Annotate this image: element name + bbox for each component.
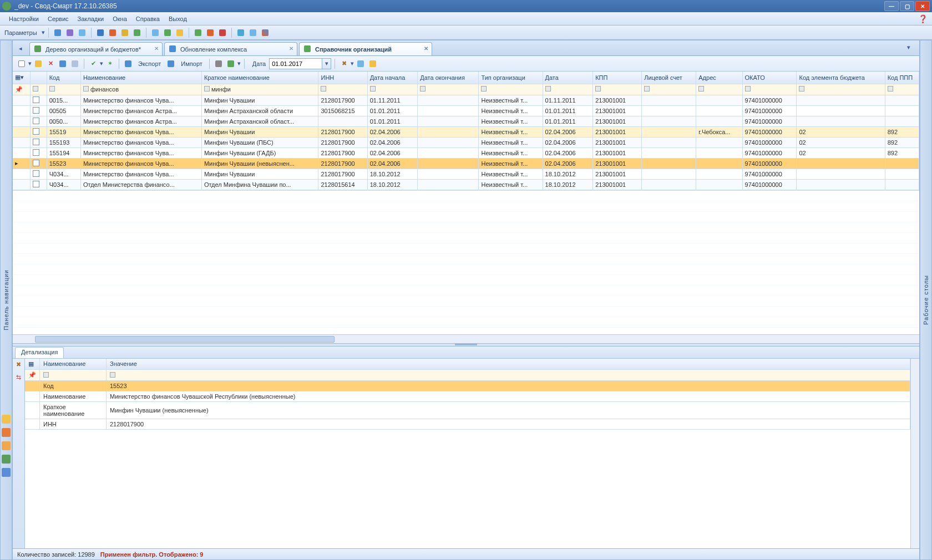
maximize-button[interactable]: ▢ — [900, 1, 914, 11]
detail-row[interactable]: НаименованиеМинистерство финансов Чувашс… — [25, 391, 910, 402]
menu-service[interactable]: Сервис — [43, 14, 73, 24]
date-input[interactable] — [269, 58, 322, 69]
tabs-scroll-left-icon[interactable]: ◂ — [16, 44, 25, 53]
detail-tool-1[interactable]: ✖ — [16, 361, 21, 368]
tb-icon-8[interactable] — [150, 27, 161, 38]
row-checkbox[interactable] — [33, 170, 39, 177]
detail-row[interactable]: Код15523 — [25, 381, 910, 391]
row-checkbox[interactable] — [33, 128, 39, 135]
col-kpp[interactable]: КПП — [593, 72, 642, 84]
info-button[interactable] — [367, 58, 378, 69]
menu-bookmarks[interactable]: Закладки — [73, 14, 109, 24]
close-tab-icon[interactable]: ✕ — [289, 45, 293, 52]
table-row[interactable]: Ч034...Министерство финансов Чува...Минф… — [13, 169, 919, 179]
doc-button[interactable] — [225, 58, 236, 69]
table-row[interactable]: 155194Министерство финансов Чува...Минфи… — [13, 147, 919, 158]
doc-dropdown-icon[interactable]: ▾ — [237, 60, 241, 67]
check-button[interactable]: ✔ — [88, 58, 99, 69]
pin-icon[interactable]: 📌 — [25, 370, 40, 381]
strip-icon-2[interactable] — [2, 428, 11, 437]
filter-icon[interactable] — [33, 86, 38, 91]
save-button[interactable] — [57, 58, 68, 69]
import-icon[interactable] — [165, 58, 176, 69]
table-row[interactable]: Ч034...Отдел Министерства финансо...Отде… — [13, 179, 919, 190]
dcol-value[interactable]: Значение — [107, 359, 910, 370]
col-short[interactable]: Краткое наименование — [201, 72, 318, 84]
detail-tool-2[interactable]: ⇆ — [16, 374, 21, 381]
detail-row[interactable]: ИНН2128017900 — [25, 419, 910, 430]
date-dropdown-icon[interactable]: ▾ — [322, 58, 331, 69]
col-address[interactable]: Адрес — [696, 72, 742, 84]
tb-icon-5[interactable] — [107, 27, 118, 38]
params-label[interactable]: Параметры — [3, 29, 40, 36]
tb-icon-13[interactable] — [217, 27, 228, 38]
tabs-dropdown-icon[interactable]: ▾ — [907, 44, 916, 53]
uncheck-button[interactable]: ✶ — [104, 58, 115, 69]
row-checkbox[interactable] — [33, 118, 39, 124]
close-button[interactable]: ✕ — [915, 1, 930, 11]
check-dropdown-icon[interactable]: ▾ — [100, 60, 103, 67]
filter-row[interactable]: 📌 финансов минфи — [13, 84, 919, 95]
strip-icon-4[interactable] — [2, 455, 11, 464]
tb-icon-4[interactable] — [95, 27, 106, 38]
row-checkbox[interactable] — [33, 107, 39, 114]
export-button[interactable]: Экспорт — [135, 60, 164, 67]
new-dropdown-icon[interactable]: ▾ — [28, 60, 32, 67]
tb-icon-1[interactable] — [52, 27, 63, 38]
chevron-down-icon[interactable]: ▾ — [42, 29, 45, 36]
copy-button[interactable] — [69, 58, 80, 69]
tb-icon-9[interactable] — [162, 27, 173, 38]
table-row[interactable]: 00505Министерство финансов Астра...Минфи… — [13, 105, 919, 116]
table-row[interactable]: ▸15523Министерство финансов Чува...Минфи… — [13, 158, 919, 169]
col-name[interactable]: Наименование — [80, 72, 201, 84]
tb-icon-10[interactable] — [174, 27, 185, 38]
strip-icon-3[interactable] — [2, 441, 11, 450]
tb-icon-12[interactable] — [205, 27, 216, 38]
table-row[interactable]: 15519Министерство финансов Чува...Минфин… — [13, 126, 919, 137]
strip-icon-5[interactable] — [2, 468, 11, 477]
col-budget[interactable]: Код элемента бюджета — [797, 72, 885, 84]
tb-icon-2[interactable] — [64, 27, 75, 38]
tab-org-tree[interactable]: Дерево организаций и бюджетов* ✕ — [29, 42, 163, 55]
edit-button[interactable] — [33, 58, 44, 69]
detail-row[interactable]: Краткое наименованиеМинфин Чувашии (невы… — [25, 402, 910, 419]
tb-icon-6[interactable] — [119, 27, 130, 38]
col-check[interactable] — [31, 72, 47, 84]
tb-icon-11[interactable] — [193, 27, 204, 38]
col-account[interactable]: Лицевой счет — [642, 72, 696, 84]
dcol-selector[interactable]: ▦ — [25, 359, 40, 370]
row-checkbox[interactable] — [33, 149, 39, 156]
import-button[interactable]: Импорт — [178, 60, 205, 67]
col-inn[interactable]: ИНН — [318, 72, 367, 84]
close-tab-icon[interactable]: ✕ — [424, 45, 428, 52]
col-code[interactable]: Код — [47, 72, 80, 84]
export-icon[interactable] — [123, 58, 134, 69]
col-end[interactable]: Дата окончания — [418, 72, 479, 84]
col-selector[interactable]: ▦▾ — [13, 72, 31, 84]
minimize-button[interactable]: — — [884, 1, 899, 11]
list-button[interactable] — [355, 58, 366, 69]
col-okato[interactable]: ОКАТО — [742, 72, 797, 84]
print-button[interactable] — [213, 58, 224, 69]
tools-button[interactable]: ✖ — [338, 58, 350, 69]
menu-settings[interactable]: Настройки — [4, 14, 43, 24]
table-row[interactable]: 0015...Министерство финансов Чува...Минф… — [13, 95, 919, 105]
strip-icon-1[interactable] — [2, 415, 11, 424]
row-checkbox[interactable] — [33, 139, 39, 145]
help-icon[interactable]: ❓ — [918, 14, 928, 23]
table-row[interactable]: 155193Министерство финансов Чува...Минфи… — [13, 137, 919, 147]
tb-icon-16[interactable] — [260, 27, 271, 38]
menu-help[interactable]: Справка — [131, 14, 164, 24]
col-date[interactable]: Дата — [543, 72, 593, 84]
tb-icon-3[interactable] — [77, 27, 88, 38]
data-grid[interactable]: ▦▾ Код Наименование Краткое наименование… — [13, 72, 919, 343]
tab-update[interactable]: Обновление комплекса ✕ — [164, 42, 297, 55]
detail-grid[interactable]: ▦ Наименование Значение 📌 Код15523Наимен… — [25, 359, 910, 549]
tb-icon-14[interactable] — [235, 27, 246, 38]
tb-icon-7[interactable] — [131, 27, 143, 38]
row-checkbox[interactable] — [33, 160, 39, 166]
col-type[interactable]: Тип организаци — [479, 72, 543, 84]
menu-windows[interactable]: Окна — [108, 14, 131, 24]
tab-org-directory[interactable]: Справочник организаций ✕ — [299, 42, 432, 55]
detail-tab[interactable]: Детализация — [15, 347, 64, 358]
